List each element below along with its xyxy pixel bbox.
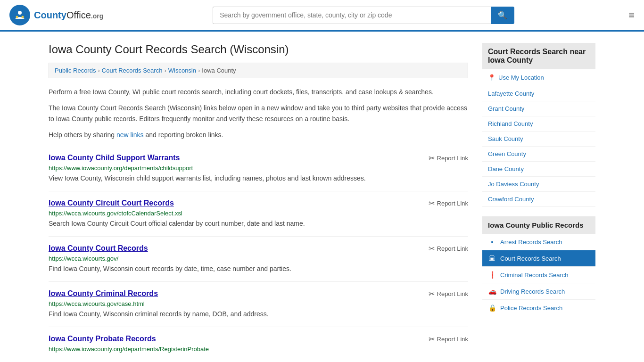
pub-rec-court[interactable]: 🏛 Court Records Search (482, 250, 595, 267)
report-link-1[interactable]: ✂ Report Link (429, 199, 468, 208)
report-link-4[interactable]: ✂ Report Link (429, 335, 468, 344)
result-title-3[interactable]: Iowa County Criminal Records (49, 289, 158, 298)
sidebar-link-7[interactable]: Crawford County (482, 192, 595, 207)
result-desc-0: View Iowa County, Wisconsin child suppor… (49, 173, 468, 183)
result-url-2: https://wcca.wicourts.gov/ (49, 255, 468, 262)
logo-icon (9, 5, 30, 25)
page-title: Iowa County Court Records Search (Wiscon… (49, 43, 468, 56)
breadcrumb-wisconsin[interactable]: Wisconsin (168, 67, 196, 74)
result-title-4[interactable]: Iowa County Probate Records (49, 335, 156, 343)
pub-rec-police-label: Police Records Search (500, 304, 562, 312)
sidebar-link-4[interactable]: Green County (482, 147, 595, 162)
search-input[interactable] (213, 7, 491, 24)
nearby-section: Court Records Search near Iowa County 📍 … (482, 43, 595, 207)
sidebar-link-0[interactable]: Lafayette County (482, 86, 595, 101)
main-content: Iowa County Court Records Search (Wiscon… (49, 43, 468, 362)
driving-icon: 🚗 (488, 288, 496, 295)
sidebar-link-2[interactable]: Richland County (482, 116, 595, 132)
result-desc-1: Search Iowa County Circuit Court officia… (49, 219, 468, 229)
description-2: The Iowa County Court Records Search (Wi… (49, 103, 468, 124)
result-item: Iowa County Criminal Records ✂ Report Li… (49, 282, 468, 327)
report-link-0[interactable]: ✂ Report Link (429, 154, 468, 163)
result-item: Iowa County Court Records ✂ Report Link … (49, 237, 468, 282)
result-item: Iowa County Circuit Court Records ✂ Repo… (49, 191, 468, 237)
svg-point-1 (18, 11, 22, 15)
result-desc-3: Find Iowa County, Wisconsin criminal rec… (49, 309, 468, 319)
breadcrumb-public-records[interactable]: Public Records (55, 67, 96, 74)
breadcrumb-iowa-county: Iowa County (202, 67, 236, 74)
result-desc-2: Find Iowa County, Wisconsin court record… (49, 264, 468, 274)
sidebar: Court Records Search near Iowa County 📍 … (482, 43, 595, 362)
arrest-icon: ▪ (488, 238, 496, 246)
report-link-3[interactable]: ✂ Report Link (429, 289, 468, 298)
sidebar-link-1[interactable]: Grant County (482, 101, 595, 116)
results-list: Iowa County Child Support Warrants ✂ Rep… (49, 146, 468, 362)
police-icon: 🔒 (488, 304, 496, 312)
sidebar-link-6[interactable]: Jo Daviess County (482, 177, 595, 192)
report-link-2[interactable]: ✂ Report Link (429, 244, 468, 253)
use-my-location[interactable]: 📍 Use My Location (482, 69, 595, 86)
result-title-0[interactable]: Iowa County Child Support Warrants (49, 154, 180, 162)
pub-rec-driving[interactable]: 🚗 Driving Records Search (482, 283, 595, 300)
sidebar-link-5[interactable]: Dane County (482, 162, 595, 177)
pub-rec-police[interactable]: 🔒 Police Records Search (482, 300, 595, 316)
svg-point-0 (14, 9, 26, 21)
result-title-1[interactable]: Iowa County Circuit Court Records (49, 199, 174, 207)
svg-point-2 (16, 16, 18, 18)
pub-rec-arrest[interactable]: ▪ Arrest Records Search (482, 234, 595, 250)
pub-rec-arrest-label: Arrest Records Search (500, 239, 562, 246)
criminal-icon: ❗ (488, 271, 496, 279)
pub-rec-criminal[interactable]: ❗ Criminal Records Search (482, 267, 595, 283)
main-container: Iowa County Court Records Search (Wiscon… (39, 32, 605, 362)
menu-button[interactable]: ≡ (628, 9, 635, 21)
use-my-location-label: Use My Location (498, 74, 544, 81)
public-records-section: Iowa County Public Records ▪ Arrest Reco… (482, 216, 595, 316)
court-icon: 🏛 (488, 255, 496, 262)
result-url-3: https://wcca.wicourts.gov/case.html (49, 300, 468, 307)
logo[interactable]: CountyOffice.org (9, 5, 103, 25)
sidebar-link-3[interactable]: Sauk County (482, 132, 595, 147)
public-records-title: Iowa County Public Records (482, 216, 595, 234)
description-1: Perform a free Iowa County, WI public co… (49, 87, 468, 97)
pub-rec-driving-label: Driving Records Search (500, 288, 565, 295)
pub-rec-court-label: Court Records Search (500, 255, 561, 262)
breadcrumb-court-records-search[interactable]: Court Records Search (102, 67, 163, 74)
result-item: Iowa County Probate Records ✂ Report Lin… (49, 327, 468, 362)
logo-text: CountyOffice.org (34, 10, 103, 21)
result-url-4: https://www.iowacounty.org/departments/R… (49, 346, 468, 353)
new-links-link[interactable]: new links (116, 131, 144, 139)
nearby-title: Court Records Search near Iowa County (482, 43, 595, 69)
search-button[interactable]: 🔍 (491, 7, 514, 24)
header: CountyOffice.org 🔍 ≡ (0, 0, 644, 32)
description-3: Help others by sharing new links and rep… (49, 130, 468, 140)
breadcrumb: Public Records › Court Records Search › … (49, 63, 468, 78)
result-title-2[interactable]: Iowa County Court Records (49, 244, 148, 253)
pub-rec-criminal-label: Criminal Records Search (500, 272, 569, 279)
result-url-1: https://wcca.wicourts.gov/ctofcCalendarS… (49, 210, 468, 217)
search-bar: 🔍 (213, 7, 514, 24)
svg-point-3 (22, 16, 24, 18)
result-item: Iowa County Child Support Warrants ✂ Rep… (49, 146, 468, 191)
result-url-0: https://www.iowacounty.org/departments/c… (49, 165, 468, 172)
